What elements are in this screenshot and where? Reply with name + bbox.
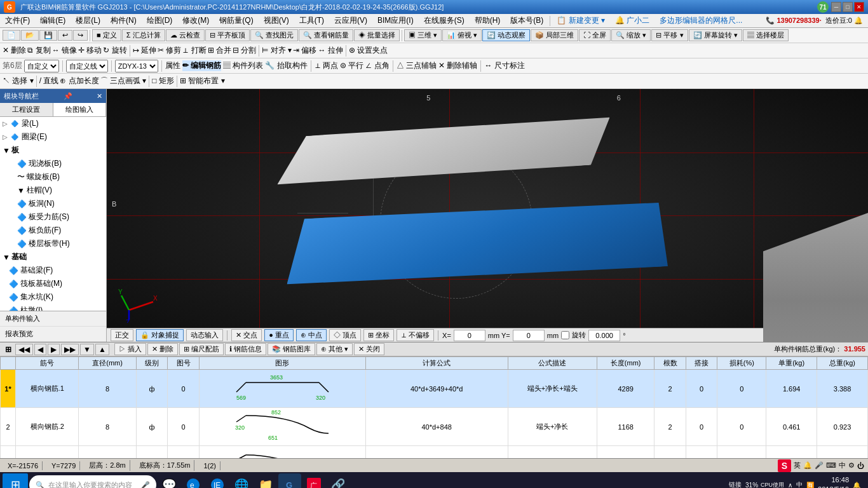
maximize-button[interactable]: □ <box>843 2 853 12</box>
menu-cloud[interactable]: 云应用(V) <box>329 14 372 27</box>
window-controls[interactable]: ─ □ ✕ <box>831 2 864 12</box>
tb-delete[interactable]: ✕ 删除 <box>3 45 26 56</box>
tb-trim[interactable]: ✂ 修剪 <box>158 45 181 56</box>
tb-local-3d[interactable]: 📦 局部三维 <box>531 29 578 41</box>
btn-delete-row[interactable]: ✕ 删除 <box>147 343 178 355</box>
menu-modify[interactable]: 修改(M) <box>177 14 214 27</box>
close-button[interactable]: ✕ <box>854 2 864 12</box>
tray-up-arrow[interactable]: ∧ <box>788 482 792 489</box>
tree-item-raft-found[interactable]: 🔷筏板基础(M) <box>6 277 106 290</box>
tb-screen-rotate[interactable]: 🔄 屏幕旋转 ▾ <box>689 29 742 41</box>
notification-icon[interactable]: 🔔 <box>803 461 812 470</box>
tb-three-arc[interactable]: ⌒ 三点画弧 ▾ <box>100 76 147 86</box>
tb-define[interactable]: ■ 定义 <box>92 29 121 41</box>
tb-mirror[interactable]: ↔ 镜像 <box>52 45 77 56</box>
tree-item-slab-hole[interactable]: 🔷板洞(N) <box>6 197 106 210</box>
nav-next-btn[interactable]: ▶ <box>48 344 60 355</box>
tb-set-grip[interactable]: ⊛ 设置夹点 <box>349 45 388 56</box>
task-app-edge[interactable]: e <box>182 473 205 488</box>
btn-ortho[interactable]: 正交 <box>111 329 133 341</box>
minimize-button[interactable]: ─ <box>831 2 841 12</box>
nav-prev-btn[interactable]: ◀ <box>34 344 46 355</box>
btn-other[interactable]: ⊕ 其他 ▾ <box>316 343 353 355</box>
task-app-cortana[interactable]: 💬 <box>158 473 180 488</box>
table-row[interactable]: 1* 横向钢筋.1 8 ф 0 569 3653 <box>1 370 868 408</box>
tb-new[interactable]: 📄 <box>3 30 20 41</box>
task-app-ie[interactable]: IE <box>206 473 229 488</box>
menu-new-change[interactable]: 📋 新建变更 ▾ <box>552 14 610 27</box>
tb-two-points[interactable]: ⊥ 两点 <box>315 60 338 71</box>
tb-point-length[interactable]: ⊕ 点加长度 <box>60 76 98 86</box>
btn-coord[interactable]: ⊞ 坐标 <box>363 329 394 341</box>
tb-three-point-axis[interactable]: △ 三点辅轴 <box>397 60 437 71</box>
mic-icon[interactable]: 🎤 <box>815 461 824 470</box>
tb-point-angle[interactable]: ∠ 点角 <box>365 60 389 71</box>
task-app-g[interactable]: G <box>278 473 301 488</box>
tb-stretch[interactable]: ↔ 拉伸 <box>318 45 342 56</box>
tb-rotate[interactable]: ↻ 旋转 <box>103 45 126 56</box>
tray-ime[interactable]: 🈶 <box>806 482 814 489</box>
tree-item-slab-rebar[interactable]: 🔷板受力筋(S) <box>6 210 106 224</box>
start-button[interactable]: ⊞ <box>3 473 28 488</box>
axis-name-select[interactable]: ZDYX-13 <box>115 60 158 72</box>
tb-del-axis[interactable]: ✕ 删除辅轴 <box>438 60 477 71</box>
tb-copy[interactable]: ⧉ 复制 <box>27 45 50 56</box>
btn-dynamic-input[interactable]: 动态输入 <box>186 329 223 341</box>
btn-rebar-info[interactable]: ℹ 钢筋信息 <box>225 343 266 355</box>
menu-draw[interactable]: 绘图(D) <box>142 14 178 27</box>
tb-flat-slab[interactable]: ⊟ 平齐板顶 <box>205 29 250 41</box>
tb-line[interactable]: / 直线 <box>39 76 59 86</box>
menu-tools[interactable]: 工具(T) <box>294 14 329 27</box>
nav-first-btn[interactable]: ◀◀ <box>15 344 33 355</box>
tb-align[interactable]: ⊨ 对齐 ▾ <box>262 45 292 56</box>
table-row[interactable]: 3 横向钢筋.3 8 ф 0 320 40* <box>1 446 868 459</box>
tree-item-floor-band[interactable]: 🔷楼层板带(H) <box>6 237 106 250</box>
settings-icon[interactable]: ⚙ <box>848 461 855 470</box>
tb-parallel[interactable]: ⊜ 平行 <box>340 60 363 71</box>
tb-extend[interactable]: ↦ 延伸 <box>133 45 156 56</box>
sidebar-close-icon[interactable]: ✕ <box>97 92 102 100</box>
btn-midpoint-snap[interactable]: ● 重点 <box>264 329 294 341</box>
tb-pick-component[interactable]: 🔧 抬取构件 <box>265 60 307 71</box>
tb-find-element[interactable]: 🔍 查找图元 <box>250 29 298 41</box>
y-input[interactable] <box>513 330 545 341</box>
tb-select-layer[interactable]: ▤ 选择楼层 <box>743 29 789 41</box>
menu-floor[interactable]: 楼层(L) <box>71 14 105 27</box>
tb-fullscreen[interactable]: ⛶ 全屏 <box>579 29 611 41</box>
btn-close[interactable]: ✕ 关闭 <box>354 343 384 355</box>
menu-grid-editor[interactable]: 多边形编辑器的网格尺... <box>654 14 747 27</box>
tb-move[interactable]: ✛ 移动 <box>78 45 102 56</box>
tb-property[interactable]: 属性 <box>165 60 180 71</box>
tb-undo[interactable]: ↩ <box>58 30 72 41</box>
x-input[interactable] <box>454 330 485 341</box>
menu-guangxiao[interactable]: 🔔 广小二 <box>610 14 654 27</box>
tree-item-cast-slab[interactable]: 🔷现浇板(B) <box>6 157 106 170</box>
task-app-files[interactable]: 📁 <box>254 473 277 488</box>
btn-match-rebar[interactable]: ⊞ 编尺配筋 <box>179 343 224 355</box>
btn-no-offset[interactable]: ⊥ 不偏移 <box>397 329 434 341</box>
taskbar-search[interactable]: 🔍 在这里输入你要搜索的内容 🎤 <box>29 475 156 488</box>
tb-component-list[interactable]: ▤ 构件列表 <box>223 60 263 71</box>
tb-offset[interactable]: ⇥ 偏移 <box>293 45 316 56</box>
nav-down-btn[interactable]: ▼ <box>80 344 94 355</box>
tb-sum[interactable]: Σ 汇总计算 <box>122 29 165 41</box>
tree-group-slab[interactable]: ▼ 板 <box>0 144 106 157</box>
tb-batch-select[interactable]: ◈ 批量选择 <box>354 29 400 41</box>
nav-up-btn[interactable]: ▲ <box>95 344 109 355</box>
rebar-table-container[interactable]: 筋号 直径(mm) 级别 图号 图形 计算公式 公式描述 长度(mm) 根数 搭… <box>0 356 868 458</box>
btn-intersection[interactable]: ✕ 交点 <box>231 329 262 341</box>
tb-rectangle[interactable]: □ 矩形 <box>152 76 174 86</box>
tb-edit-rebar[interactable]: ✏ 编辑钢筋 <box>182 60 221 71</box>
btn-vertex[interactable]: ◇ 顶点 <box>329 329 361 341</box>
menu-rebar[interactable]: 钢筋量(Q) <box>214 14 258 27</box>
axis-def-select[interactable]: 自定义线 <box>66 60 108 72</box>
task-app-glodon[interactable]: 广 <box>302 473 325 488</box>
menu-file[interactable]: 文件(F) <box>0 14 35 27</box>
tb-select[interactable]: ↖ 选择 ▾ <box>3 76 34 86</box>
tab-project-settings[interactable]: 工程设置 <box>0 103 53 116</box>
nav-last-btn[interactable]: ▶▶ <box>61 344 79 355</box>
report-preview-btn[interactable]: 报表预览 <box>0 327 106 342</box>
tree-item-column-stump[interactable]: 🔷柱墩(I) <box>6 304 106 311</box>
tree-item-water-pit[interactable]: 🔷集水坑(K) <box>6 290 106 304</box>
tb-flatten[interactable]: ⊟ 平移 ▾ <box>651 29 688 41</box>
